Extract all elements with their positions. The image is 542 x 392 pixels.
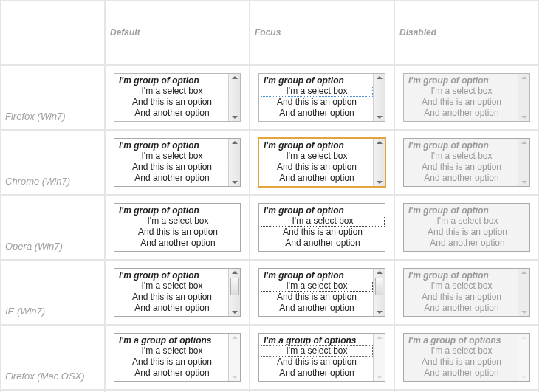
option[interactable]: And another option <box>261 238 385 249</box>
ie-win7-focus: I'm group of option I'm a select box And… <box>250 260 394 325</box>
scroll-up-icon[interactable] <box>377 336 383 339</box>
option[interactable]: And this is an option <box>116 292 228 303</box>
option[interactable]: I'm a select box <box>116 151 228 162</box>
scrollbar[interactable] <box>373 334 385 381</box>
option[interactable]: And another option <box>116 303 228 314</box>
option: I'm a select box <box>405 216 529 227</box>
scrollbar[interactable] <box>228 269 240 316</box>
option[interactable]: And this is an option <box>116 162 228 173</box>
option[interactable]: And this is an option <box>116 97 228 108</box>
scroll-up-icon[interactable] <box>232 271 238 274</box>
scroll-thumb[interactable] <box>230 278 239 295</box>
select-box[interactable]: I'm group of option I'm a select box And… <box>114 268 241 317</box>
row-label-ie-win7: IE (Win7) <box>0 260 105 325</box>
option[interactable]: I'm a select box <box>116 281 228 292</box>
option[interactable]: And this is an option <box>261 292 373 303</box>
scroll-down-icon[interactable] <box>377 376 383 379</box>
option[interactable]: I'm a select box <box>116 345 228 357</box>
option[interactable]: And this is an option <box>261 227 385 238</box>
scrollbar[interactable] <box>373 74 385 121</box>
optgroup-label: I'm group of option <box>405 205 529 216</box>
scroll-down-icon[interactable] <box>377 311 383 314</box>
select-box[interactable]: I'm group of option I'm a select box And… <box>258 203 385 252</box>
optgroup-label: I'm group of option <box>405 270 518 281</box>
scroll-down-icon <box>521 376 527 379</box>
scroll-down-icon[interactable] <box>377 181 383 184</box>
option[interactable]: And this is an option <box>116 357 228 368</box>
corner-header <box>0 0 105 65</box>
scrollbar <box>518 139 529 186</box>
option[interactable]: I'm a select box <box>261 345 373 357</box>
option[interactable]: And this is an option <box>261 97 373 108</box>
option[interactable]: I'm a select box <box>261 86 373 97</box>
option[interactable]: And another option <box>116 108 228 119</box>
scroll-up-icon[interactable] <box>232 76 238 79</box>
row-label-firefox-win7: Firefox (Win7) <box>0 65 105 130</box>
option[interactable]: And this is an option <box>261 357 373 368</box>
scroll-down-icon[interactable] <box>377 116 383 119</box>
optgroup-label: I'm group of option <box>116 205 240 216</box>
select-box: I'm group of option I'm a select box And… <box>403 138 530 187</box>
option[interactable]: I'm a select box <box>261 151 373 162</box>
scrollbar[interactable] <box>228 74 240 121</box>
scroll-up-icon[interactable] <box>232 141 238 144</box>
row-label-chrome-win7: Chrome (Win7) <box>0 130 105 195</box>
option[interactable]: And another option <box>116 173 228 184</box>
option[interactable]: I'm a select box <box>116 86 228 97</box>
option: And another option <box>405 238 529 249</box>
option: I'm a select box <box>405 345 518 357</box>
select-box[interactable]: I'm group of option I'm a select box And… <box>258 268 385 317</box>
select-box[interactable]: I'm group of option I'm a select box And… <box>114 73 241 122</box>
option: And another option <box>405 303 518 314</box>
select-box[interactable]: I'm a group of options I'm a select box … <box>114 333 241 382</box>
row-label-firefox-mac: Firefox (Mac OSX) <box>0 325 105 390</box>
chrome-win7-default: I'm group of option I'm a select box And… <box>105 130 250 195</box>
scroll-down-icon[interactable] <box>232 311 238 314</box>
option: I'm a select box <box>405 281 518 292</box>
option: And this is an option <box>405 292 518 303</box>
firefox-mac-focus: I'm a group of options I'm a select box … <box>250 325 394 390</box>
scroll-up-icon[interactable] <box>232 336 238 339</box>
scroll-up-icon[interactable] <box>377 141 383 144</box>
optgroup-label: I'm group of option <box>116 140 228 151</box>
scroll-down-icon <box>521 311 527 314</box>
option[interactable]: I'm a select box <box>261 216 385 227</box>
option[interactable]: And this is an option <box>116 227 240 238</box>
scroll-down-icon[interactable] <box>232 181 238 184</box>
col-header-disabled: Disabled <box>394 0 539 65</box>
option: I'm a select box <box>405 86 518 97</box>
ie-win7-default: I'm group of option I'm a select box And… <box>105 260 250 325</box>
row-label-opera-win7: Opera (Win7) <box>0 195 105 260</box>
select-box[interactable]: I'm group of option I'm a select box And… <box>258 73 385 122</box>
scrollbar[interactable] <box>373 139 385 186</box>
option[interactable]: And another option <box>261 303 373 314</box>
scroll-thumb[interactable] <box>375 278 383 295</box>
optgroup-label: I'm group of option <box>261 75 373 86</box>
firefox-mac-disabled: I'm a group of options I'm a select box … <box>394 325 539 390</box>
option[interactable]: I'm a select box <box>261 281 373 292</box>
optgroup-label: I'm a group of options <box>261 335 373 345</box>
option: And another option <box>405 173 518 184</box>
option: I'm a select box <box>405 151 518 162</box>
option[interactable]: And another option <box>116 368 228 379</box>
scroll-up-icon[interactable] <box>377 271 383 274</box>
scroll-up-icon[interactable] <box>377 76 383 79</box>
option[interactable]: And another option <box>261 173 373 184</box>
scrollbar[interactable] <box>228 139 240 186</box>
select-box[interactable]: I'm group of option I'm a select box And… <box>114 203 241 252</box>
scroll-down-icon[interactable] <box>232 116 238 119</box>
scrollbar[interactable] <box>228 334 240 381</box>
select-box[interactable]: I'm group of option I'm a select box And… <box>114 138 241 187</box>
option[interactable]: I'm a select box <box>116 216 240 227</box>
option[interactable]: And this is an option <box>261 162 373 173</box>
option[interactable]: And another option <box>261 368 373 379</box>
scroll-down-icon[interactable] <box>232 376 238 379</box>
select-box[interactable]: I'm group of option I'm a select box And… <box>258 138 385 187</box>
option[interactable]: And another option <box>261 108 373 119</box>
option[interactable]: And another option <box>116 238 240 249</box>
scroll-up-icon <box>521 141 527 144</box>
select-box[interactable]: I'm a group of options I'm a select box … <box>258 333 385 382</box>
scroll-down-icon <box>521 116 527 119</box>
scrollbar[interactable] <box>373 269 385 316</box>
col-header-default: Default <box>105 0 250 65</box>
